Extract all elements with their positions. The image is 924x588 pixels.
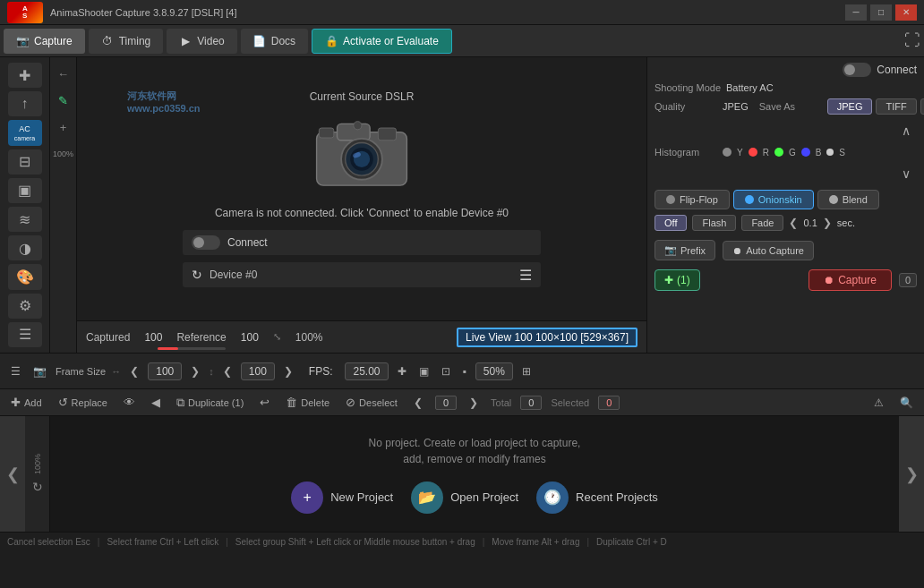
lt-icon: ❮ bbox=[789, 217, 798, 229]
prefix-autocapture-row: 📷 Prefix ⏺ Auto Capture bbox=[654, 240, 917, 260]
back-btn[interactable]: ◀ bbox=[148, 394, 164, 411]
frame-settings-btn[interactable]: 📷 bbox=[30, 363, 50, 379]
height-inc-btn[interactable]: ❯ bbox=[280, 363, 296, 379]
new-project-btn[interactable]: + New Project bbox=[291, 481, 393, 514]
filmstrip-rotate-btn[interactable]: ↻ bbox=[32, 480, 43, 494]
tab-timing[interactable]: ⏱ Timing bbox=[89, 29, 164, 54]
camera-source-label: Current Source DSLR bbox=[310, 90, 415, 103]
add-frame-icon[interactable]: ✚ bbox=[394, 363, 410, 379]
capture-icon-red: ⏺ bbox=[824, 274, 834, 286]
frame-size-label: Frame Size bbox=[56, 366, 106, 377]
search-btn[interactable]: 🔍 bbox=[896, 395, 917, 411]
live-view-box: Live View 100 100×100 [529×367] bbox=[457, 328, 637, 347]
tab-activate[interactable]: 🔒 Activate or Evaluate bbox=[312, 29, 452, 54]
frame-view-1[interactable]: ▣ bbox=[415, 363, 432, 379]
deselect-btn[interactable]: ⊘ Deselect bbox=[342, 394, 401, 411]
add-frame-btn[interactable]: ✚ bbox=[8, 63, 42, 88]
grid-btn[interactable]: ⊞ bbox=[518, 363, 535, 379]
connect-toggle[interactable] bbox=[192, 235, 220, 250]
filmstrip-area: ❮ 100% ↻ No project. Create or load proj… bbox=[0, 415, 924, 532]
delete-btn[interactable]: 🗑 Delete bbox=[282, 394, 333, 411]
height-dec-btn[interactable]: ❮ bbox=[219, 363, 235, 379]
add-frame-btn[interactable]: ✚ Add bbox=[7, 394, 46, 411]
list-btn[interactable]: ☰ bbox=[8, 322, 42, 347]
shooting-mode-label: Shooting Mode bbox=[654, 82, 721, 93]
fullscreen-toggle[interactable]: ⛶ bbox=[904, 31, 920, 50]
color-btn[interactable]: 🎨 bbox=[8, 264, 42, 289]
close-button[interactable]: ✕ bbox=[895, 4, 917, 21]
camera-small-icon: 📷 bbox=[664, 244, 677, 256]
levels-btn[interactable]: ≋ bbox=[8, 207, 42, 232]
window-title: AnimaShooter Capture 3.8.9.27 [DSLR] [4] bbox=[50, 7, 845, 18]
auto-capture-btn[interactable]: ⏺ Auto Capture bbox=[723, 241, 814, 260]
onionskin-btn[interactable]: Onionskin bbox=[733, 190, 814, 209]
crop-btn[interactable]: ▣ bbox=[8, 178, 42, 203]
fps-label: FPS: bbox=[302, 363, 340, 379]
undo-btn[interactable]: ↩ bbox=[256, 394, 273, 411]
next-btn[interactable]: ❯ bbox=[466, 395, 482, 411]
capture-icon: 📷 bbox=[16, 35, 29, 47]
open-project-icon: 📂 bbox=[411, 481, 443, 514]
contrast-btn[interactable]: ◑ bbox=[8, 235, 42, 260]
delay-unit: sec. bbox=[837, 217, 855, 228]
total-value: 0 bbox=[520, 396, 542, 410]
save-raw-btn[interactable]: RAW bbox=[920, 98, 924, 115]
total-label: Total bbox=[491, 397, 511, 408]
filmstrip-prev-arrow[interactable]: ❮ bbox=[0, 416, 25, 532]
tab-capture[interactable]: 📷 Capture bbox=[4, 29, 85, 54]
settings-btn[interactable]: ⚙ bbox=[8, 294, 42, 319]
save-as-group: JPEG TIFF RAW bbox=[827, 98, 924, 115]
status-select: Select frame Ctrl + Left click bbox=[107, 537, 218, 547]
panel-connect-row: Connect bbox=[654, 63, 917, 77]
refresh-icon[interactable]: ↻ bbox=[192, 268, 202, 282]
back-btn[interactable]: ← bbox=[53, 63, 74, 84]
tab-video[interactable]: ▶ Video bbox=[167, 29, 236, 54]
save-tiff-btn[interactable]: TIFF bbox=[876, 98, 916, 115]
fps-value: 25.00 bbox=[345, 362, 388, 380]
frame-view-3[interactable]: ▪ bbox=[459, 363, 470, 379]
add-btn[interactable]: ✚ (1) bbox=[654, 269, 700, 291]
layers-btn[interactable]: ⊟ bbox=[8, 149, 42, 175]
status-duplicate: Duplicate Ctrl + D bbox=[596, 537, 667, 547]
width-inc-btn[interactable]: ❯ bbox=[187, 363, 203, 379]
hist-dot-s bbox=[826, 149, 834, 156]
camera-source-btn[interactable]: ACcamera bbox=[8, 120, 42, 145]
filmstrip-actions: + New Project 📂 Open Project 🕐 Recent Pr… bbox=[291, 481, 658, 514]
captured-value: 100 bbox=[144, 331, 162, 344]
open-project-btn[interactable]: 📂 Open Project bbox=[411, 481, 518, 514]
duplicate-btn[interactable]: ⧉ Duplicate (1) bbox=[173, 394, 247, 412]
pencil-btn[interactable]: ✎ bbox=[53, 89, 74, 111]
tab-docs[interactable]: 📄 Docs bbox=[241, 29, 308, 54]
zoom-value: 50% bbox=[475, 362, 513, 380]
minimize-button[interactable]: ─ bbox=[845, 4, 867, 21]
recent-projects-btn[interactable]: 🕐 Recent Projects bbox=[536, 481, 658, 514]
panel-toggle-btn[interactable]: ☰ bbox=[7, 363, 24, 379]
playback-fade-btn[interactable]: Fade bbox=[741, 215, 783, 231]
save-jpeg-btn[interactable]: JPEG bbox=[827, 98, 873, 115]
import-btn[interactable]: ↑ bbox=[8, 91, 42, 116]
expand-icon[interactable]: ⤡ bbox=[273, 331, 281, 343]
timing-icon: ⏱ bbox=[101, 35, 114, 47]
prefix-btn[interactable]: 📷 Prefix bbox=[654, 240, 715, 260]
zoom-100-btn[interactable]: 100% bbox=[53, 143, 74, 165]
lock-icon: 🔒 bbox=[325, 35, 338, 47]
chevron-up-btn[interactable]: ∧ bbox=[895, 120, 917, 141]
warning-btn[interactable]: ⚠ bbox=[870, 395, 887, 411]
filmstrip-content: No project. Create or load project to ca… bbox=[50, 435, 899, 514]
capture-btn[interactable]: ⏺ Capture bbox=[808, 269, 892, 291]
eye-btn[interactable]: 👁 bbox=[120, 394, 139, 411]
chevron-down-btn[interactable]: ∨ bbox=[895, 163, 917, 184]
flipflop-btn[interactable]: Flip-Flop bbox=[654, 190, 730, 209]
replace-btn[interactable]: ↺ Replace bbox=[55, 394, 111, 411]
frame-view-2[interactable]: ⊡ bbox=[438, 363, 454, 379]
maximize-button[interactable]: □ bbox=[870, 4, 892, 21]
filmstrip-next-arrow[interactable]: ❯ bbox=[899, 416, 924, 532]
plus-btn[interactable]: + bbox=[53, 116, 74, 138]
device-menu-icon[interactable]: ☰ bbox=[519, 267, 532, 284]
playback-off-btn[interactable]: Off bbox=[654, 215, 687, 231]
playback-flash-btn[interactable]: Flash bbox=[692, 215, 736, 231]
blend-btn[interactable]: Blend bbox=[817, 190, 879, 209]
right-connect-toggle[interactable] bbox=[843, 63, 871, 77]
width-dec-btn[interactable]: ❮ bbox=[126, 363, 142, 379]
prev-btn[interactable]: ❮ bbox=[410, 395, 426, 411]
